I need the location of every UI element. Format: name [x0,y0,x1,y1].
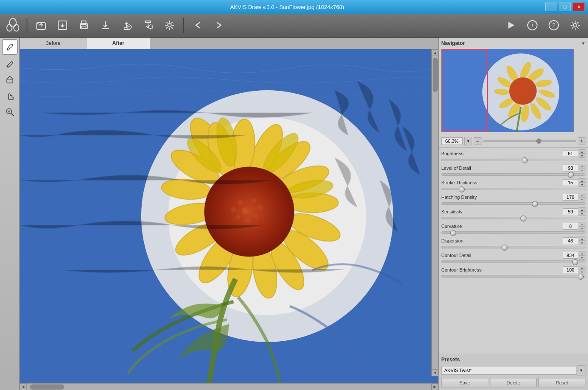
dispersion-spin-up[interactable]: ▲ [579,236,585,241]
lod-thumb[interactable] [568,172,574,178]
scroll-down-arrow[interactable]: ▼ [432,369,438,376]
delete-preset-btn[interactable]: Delete [490,378,537,387]
sensitivity-thumb[interactable] [520,216,526,222]
curvature-thumb[interactable] [450,230,456,236]
zoom-control: 66.3% ▼ − + [439,135,588,148]
param-contour-brightness-spinner: ▲ ▼ [579,266,585,274]
pencil-tool[interactable] [2,56,18,71]
scroll-left-arrow[interactable]: ◀ [20,384,27,390]
dispersion-slider[interactable] [441,246,585,248]
param-contour-brightness-value[interactable]: 100 [563,266,578,273]
preset-dropdown-btn[interactable]: ▼ [577,365,585,375]
main-toolbar: i ? [0,14,588,38]
lod-slider[interactable] [441,173,585,176]
hatching-thumb[interactable] [532,201,538,207]
hatching-slider[interactable] [441,202,585,205]
curvature-spin-up[interactable]: ▲ [579,222,585,226]
preset-selected-value[interactable]: AKVIS Twist* [441,366,577,375]
sensitivity-slider[interactable] [441,217,585,219]
param-lod-spinner: ▲ ▼ [579,164,585,172]
navigator-chevron[interactable]: ▼ [581,41,585,46]
param-contour-detail-label: Contour Detail [441,253,471,258]
zoom-value[interactable]: 66.3% [441,137,463,145]
navigator-viewport-box[interactable] [442,49,488,132]
hatching-spin-up[interactable]: ▲ [579,193,585,197]
contour-detail-thumb[interactable] [572,259,578,265]
scroll-up-arrow[interactable]: ▲ [432,49,438,56]
contour-brightness-thumb[interactable] [578,274,584,280]
h-scroll-thumb[interactable] [30,384,64,390]
brush-tool[interactable] [2,39,18,55]
svg-point-0 [9,18,16,27]
contour-brightness-slider[interactable] [441,275,585,278]
upload-settings-btn[interactable] [117,16,136,35]
stroke-slider[interactable] [441,188,585,190]
print-btn[interactable] [74,16,93,35]
svg-point-19 [573,24,577,27]
curvature-slider[interactable] [441,231,585,234]
contour-detail-spin-down[interactable]: ▼ [579,255,585,260]
eraser-tool[interactable] [2,72,18,87]
back-btn[interactable] [188,16,207,35]
brightness-slider[interactable] [441,159,585,161]
dispersion-spin-down[interactable]: ▼ [579,241,585,245]
download-settings-btn[interactable] [139,16,157,35]
save-preset-btn[interactable]: Save [441,378,488,387]
canvas-wrapper[interactable]: ▲ ▼ [20,49,438,383]
help-btn[interactable]: ? [544,16,563,35]
brightness-thumb[interactable] [522,157,528,163]
brightness-spin-up[interactable]: ▲ [579,149,585,154]
scroll-right-arrow[interactable]: ▶ [431,384,438,390]
stroke-spin-up[interactable]: ▲ [579,178,585,183]
brightness-spin-down[interactable]: ▼ [579,154,585,158]
logo-btn[interactable] [3,16,22,35]
zoom-dropdown[interactable]: ▼ [464,137,472,145]
navigator-thumbnail[interactable] [441,49,574,132]
svg-point-58 [241,208,248,214]
sensitivity-spin-down[interactable]: ▼ [579,212,585,216]
reset-preset-btn[interactable]: Reset [538,378,585,387]
minimize-button[interactable]: ─ [545,3,557,11]
horizontal-scrollbar[interactable]: ◀ ▶ [20,383,438,390]
tab-after[interactable]: After [86,38,150,49]
save-file-btn[interactable] [53,16,72,35]
param-hatching-value[interactable]: 170 [563,194,578,201]
zoom-out-btn[interactable]: − [474,137,481,145]
zoom-slider-thumb[interactable] [536,139,541,144]
param-brightness-value[interactable]: 61 [563,150,578,157]
open-file-btn[interactable] [32,16,50,35]
lod-spin-down[interactable]: ▼ [579,168,585,172]
param-dispersion-value[interactable]: 46 [563,237,578,244]
preferences-btn[interactable] [566,16,585,35]
param-curvature-value[interactable]: 8 [563,223,578,230]
contour-brightness-spin-up[interactable]: ▲ [579,266,585,270]
param-curvature-label: Curvature [441,224,462,229]
tab-before[interactable]: Before [20,38,86,49]
maximize-button[interactable]: □ [559,3,571,11]
info-btn[interactable]: i [523,16,542,35]
vertical-scrollbar[interactable]: ▲ ▼ [431,49,438,376]
stroke-thumb[interactable] [459,186,465,192]
play-btn[interactable] [502,16,520,35]
settings-btn[interactable] [160,16,179,35]
param-contour-detail-value[interactable]: 934 [563,252,578,259]
param-stroke-value[interactable]: 15 [563,179,578,186]
download-btn[interactable] [96,16,115,35]
lod-spin-up[interactable]: ▲ [579,164,585,168]
contour-detail-slider[interactable] [441,260,585,263]
zoom-tool[interactable] [2,104,18,120]
contour-detail-spin-up[interactable]: ▲ [579,251,585,255]
close-button[interactable]: ✕ [573,3,585,11]
param-sensitivity-value[interactable]: 59 [563,208,578,215]
hand-tool[interactable] [2,88,18,103]
v-scroll-thumb[interactable] [433,58,438,92]
forward-btn[interactable] [210,16,229,35]
zoom-in-btn[interactable]: + [578,137,585,145]
hatching-spin-down[interactable]: ▼ [579,197,585,201]
zoom-slider[interactable] [483,140,576,142]
dispersion-thumb[interactable] [502,245,508,251]
sensitivity-spin-up[interactable]: ▲ [579,207,585,212]
curvature-spin-down[interactable]: ▼ [579,226,585,230]
param-lod-value[interactable]: 93 [563,165,578,171]
stroke-spin-down[interactable]: ▼ [579,183,585,187]
